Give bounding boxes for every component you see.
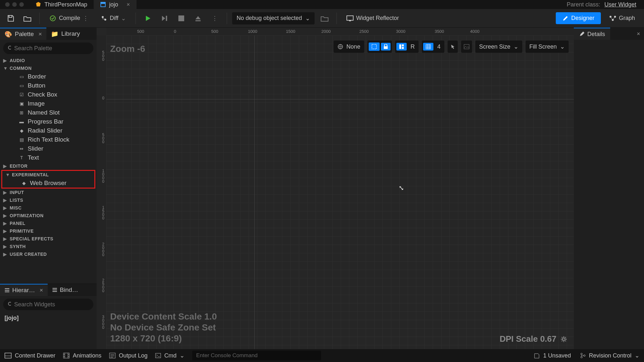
- revision-control-button[interactable]: Revision Control ⌄: [580, 352, 639, 359]
- item-named-slot[interactable]: ⊞Named Slot: [0, 108, 97, 117]
- eject-button[interactable]: [191, 12, 205, 25]
- screen-size-dropdown[interactable]: Screen Size⌄: [475, 41, 522, 53]
- close-icon[interactable]: ×: [127, 1, 130, 8]
- content-drawer-button[interactable]: Content Drawer: [5, 352, 55, 359]
- item-button[interactable]: ▭Button: [0, 81, 97, 90]
- item-web-browser[interactable]: ◆Web Browser: [2, 179, 94, 188]
- hierarchy-tab-label: Hierar…: [12, 287, 35, 294]
- output-log-button[interactable]: Output Log: [109, 352, 147, 359]
- layout-r-toggle[interactable]: R: [395, 41, 419, 53]
- compile-dropdown-icon[interactable]: ⋮: [83, 15, 89, 22]
- cat-audio[interactable]: ▶AUDIO: [0, 57, 97, 64]
- svg-rect-17: [402, 47, 404, 49]
- chevron-down-icon: ⌄: [635, 352, 639, 359]
- lock-icon[interactable]: [381, 43, 391, 51]
- cat-lists[interactable]: ▶LISTS: [0, 196, 97, 204]
- widget-icon: [100, 2, 106, 7]
- step-button[interactable]: [158, 12, 171, 25]
- image-tool[interactable]: [461, 41, 472, 53]
- grid-icon[interactable]: [423, 43, 433, 51]
- cat-experimental[interactable]: ▼EXPERIMENTAL: [2, 171, 94, 179]
- tab-hierarchy[interactable]: Hierar… ×: [0, 284, 48, 296]
- item-check-box[interactable]: ☑Check Box: [0, 90, 97, 99]
- close-icon[interactable]: ×: [40, 287, 43, 294]
- canvas[interactable]: 5 0 005 0 01 0 0 01 5 0 02 0 0 02 5 0 03…: [97, 35, 574, 349]
- cat-user-created[interactable]: ▶USER CREATED: [0, 250, 97, 258]
- designer-mode-button[interactable]: Designer: [556, 12, 601, 24]
- chevron-down-icon: ⌄: [514, 43, 518, 50]
- image-icon: [464, 44, 469, 49]
- svg-point-25: [581, 357, 582, 358]
- cat-primitive[interactable]: ▶PRIMITIVE: [0, 227, 97, 235]
- outline-lock-toggle[interactable]: [367, 41, 392, 53]
- r-label[interactable]: R: [408, 42, 417, 51]
- search-widgets-input[interactable]: [14, 301, 89, 308]
- close-icon[interactable]: ×: [633, 28, 644, 40]
- tab-widget[interactable]: jojo ×: [94, 0, 137, 9]
- grid-value[interactable]: 4: [435, 42, 443, 51]
- cat-special-effects[interactable]: ▶SPECIAL EFFECTS: [0, 235, 97, 243]
- tab-map[interactable]: ThirdPersonMap: [29, 0, 94, 9]
- find-in-browser-button[interactable]: [318, 12, 331, 25]
- cursor-tool[interactable]: [448, 41, 458, 53]
- debug-object-select[interactable]: No debug object selected ⌄: [232, 12, 315, 24]
- cat-synth[interactable]: ▶SYNTH: [0, 243, 97, 250]
- play-options-icon[interactable]: ⋮: [208, 12, 222, 25]
- stop-button[interactable]: [175, 12, 188, 25]
- diff-button[interactable]: Diff ⌄: [96, 12, 130, 25]
- layout-icon[interactable]: [396, 43, 407, 51]
- canvas-grid: [106, 35, 574, 349]
- tab-details[interactable]: Details: [574, 28, 610, 40]
- tab-palette[interactable]: 🎨 Palette ×: [0, 28, 46, 40]
- save-button[interactable]: [4, 12, 17, 25]
- resize-cursor-icon: ⤡: [399, 184, 404, 192]
- item-rich-text-block[interactable]: ▤Rich Text Block: [0, 135, 97, 144]
- hierarchy-root[interactable]: [jojo]: [0, 313, 97, 323]
- localization-button[interactable]: None: [334, 41, 364, 53]
- compile-button[interactable]: Compile ⋮: [45, 12, 93, 25]
- bullet-icon: ◆: [21, 180, 27, 186]
- tab-library[interactable]: 📁 Library: [46, 28, 84, 40]
- parent-class: Parent class: User Widget: [567, 1, 644, 8]
- item-border[interactable]: ▭Border: [0, 72, 97, 81]
- widget-reflector-button[interactable]: Widget Reflector: [342, 12, 403, 25]
- item-radial-slider[interactable]: ◆Radial Slider: [0, 126, 97, 135]
- play-button[interactable]: [141, 12, 155, 25]
- item-text[interactable]: TText: [0, 153, 97, 162]
- cat-common[interactable]: ▼COMMON: [0, 64, 97, 72]
- item-image[interactable]: ▣Image: [0, 99, 97, 108]
- brush-icon: [562, 15, 569, 22]
- parent-class-label: Parent class:: [567, 1, 600, 8]
- tab-bind[interactable]: Bind…: [48, 284, 83, 296]
- search-widgets[interactable]: [3, 299, 93, 310]
- bind-icon: [52, 288, 57, 292]
- console-input[interactable]: Enter Console Command: [192, 351, 321, 360]
- fill-screen-dropdown[interactable]: Fill Screen⌄: [526, 41, 569, 53]
- highlight-experimental: ▼EXPERIMENTAL ◆Web Browser: [1, 170, 95, 189]
- unsaved-button[interactable]: 1 Unsaved: [534, 352, 571, 359]
- cat-panel[interactable]: ▶PANEL: [0, 219, 97, 227]
- item-slider[interactable]: ⇔Slider: [0, 144, 97, 153]
- browse-button[interactable]: [21, 12, 34, 25]
- dashed-outline-icon[interactable]: [369, 42, 380, 51]
- details-label: Details: [587, 31, 605, 38]
- svg-point-24: [581, 353, 582, 355]
- cat-editor[interactable]: ▶EDITOR: [0, 162, 97, 170]
- safe-zone: No Device Safe Zone Set: [110, 322, 217, 333]
- animations-button[interactable]: Animations: [63, 352, 101, 359]
- cat-misc[interactable]: ▶MISC: [0, 204, 97, 212]
- widget-icon: ▣: [19, 101, 24, 107]
- cat-input[interactable]: ▶INPUT: [0, 189, 97, 196]
- graph-mode-button[interactable]: Graph: [604, 12, 640, 24]
- item-progress-bar[interactable]: ▬Progress Bar: [0, 117, 97, 126]
- close-icon[interactable]: ×: [38, 31, 42, 38]
- grid-snap-toggle[interactable]: 4: [422, 41, 444, 53]
- search-palette[interactable]: [3, 42, 93, 54]
- search-palette-input[interactable]: [14, 45, 89, 52]
- cat-optimization[interactable]: ▶OPTIMIZATION: [0, 212, 97, 219]
- parent-class-value[interactable]: User Widget: [604, 1, 636, 8]
- svg-rect-14: [384, 46, 388, 49]
- cmd-dropdown[interactable]: Cmd ⌄: [155, 352, 185, 359]
- zoom-label: Zoom -6: [110, 44, 145, 54]
- gear-icon[interactable]: [560, 336, 567, 343]
